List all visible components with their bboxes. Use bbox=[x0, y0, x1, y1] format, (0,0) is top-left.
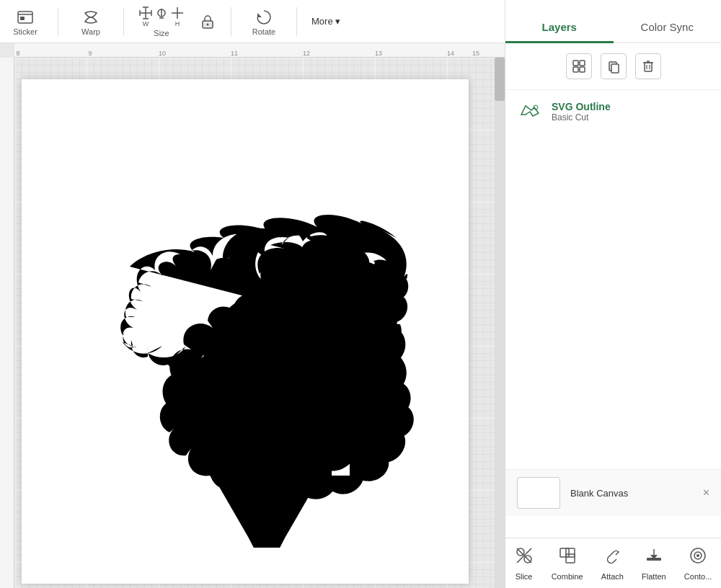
combine-button[interactable]: Combine bbox=[552, 546, 583, 581]
toolbar-sticker[interactable]: Sticker bbox=[7, 7, 43, 36]
toolbar-more[interactable]: More ▾ bbox=[311, 16, 348, 27]
layer-info: SVG Outline Basic Cut bbox=[552, 101, 709, 122]
svg-rect-22 bbox=[611, 64, 619, 73]
svg-rect-18 bbox=[580, 61, 585, 66]
blank-canvas-preview bbox=[517, 477, 560, 509]
grid-canvas[interactable] bbox=[14, 58, 505, 588]
lock-icon[interactable] bbox=[199, 12, 216, 32]
attach-icon bbox=[603, 546, 622, 569]
svg-rect-2 bbox=[20, 17, 25, 20]
ruler-left bbox=[0, 58, 14, 588]
svg-rect-20 bbox=[580, 67, 585, 72]
bottom-actions: Slice Combine Attach bbox=[505, 538, 721, 588]
white-canvas bbox=[22, 79, 469, 584]
divider-4 bbox=[296, 7, 297, 36]
ruler-top: 8 9 10 11 12 13 14 15 bbox=[14, 43, 505, 58]
toolbar-rotate[interactable]: Rotate bbox=[246, 7, 282, 36]
toolbar-size[interactable]: W H Size bbox=[138, 6, 185, 37]
divider-2 bbox=[123, 7, 124, 36]
layer-item[interactable]: SVG Outline Basic Cut bbox=[505, 90, 721, 133]
svg-marker-16 bbox=[257, 13, 262, 17]
svg-rect-33 bbox=[560, 548, 569, 557]
flatten-button[interactable]: Flatten bbox=[642, 546, 666, 581]
delete-icon-btn[interactable] bbox=[635, 53, 661, 79]
rotate-icon bbox=[252, 7, 275, 27]
attach-button[interactable]: Attach bbox=[601, 546, 624, 581]
blank-canvas-row: Blank Canvas × bbox=[505, 469, 721, 516]
svg-rect-17 bbox=[573, 61, 578, 66]
combine-icon bbox=[558, 546, 577, 569]
flatten-icon bbox=[645, 546, 663, 569]
svg-rect-23 bbox=[645, 63, 652, 71]
svg-point-15 bbox=[207, 23, 209, 25]
svg-point-42 bbox=[696, 554, 699, 557]
tab-layers[interactable]: Layers bbox=[505, 21, 614, 42]
right-panel: Layers Color Sync bbox=[505, 0, 721, 588]
slice-button[interactable]: Slice bbox=[515, 546, 534, 581]
contour-button[interactable]: Conto... bbox=[684, 546, 712, 581]
contour-icon bbox=[689, 546, 707, 569]
duplicate-icon-btn[interactable] bbox=[601, 53, 627, 79]
svg-rect-19 bbox=[573, 67, 578, 72]
canvas-area: 8 9 10 11 12 13 14 15 bbox=[0, 43, 505, 588]
vertical-scrollbar[interactable] bbox=[495, 58, 505, 588]
toolbar-warp[interactable]: Warp bbox=[73, 7, 109, 36]
layer-name: SVG Outline bbox=[552, 101, 709, 112]
svg-rect-35 bbox=[566, 548, 575, 557]
sticker-icon bbox=[14, 7, 37, 27]
svg-rect-34 bbox=[566, 554, 575, 563]
tabs: Layers Color Sync bbox=[505, 0, 721, 43]
scrollbar-thumb[interactable] bbox=[495, 58, 505, 101]
divider-1 bbox=[58, 7, 58, 36]
warp-icon bbox=[79, 7, 102, 27]
layer-type: Basic Cut bbox=[552, 112, 709, 122]
blank-canvas-label: Blank Canvas bbox=[570, 488, 628, 499]
group-icon-btn[interactable] bbox=[566, 53, 592, 79]
layer-icons-row bbox=[505, 43, 721, 90]
divider-3 bbox=[231, 7, 231, 36]
layer-thumbnail bbox=[517, 99, 543, 125]
blank-canvas-close[interactable]: × bbox=[703, 486, 709, 499]
artwork bbox=[79, 173, 454, 548]
slice-icon bbox=[515, 546, 534, 569]
tab-color-sync[interactable]: Color Sync bbox=[614, 21, 722, 42]
